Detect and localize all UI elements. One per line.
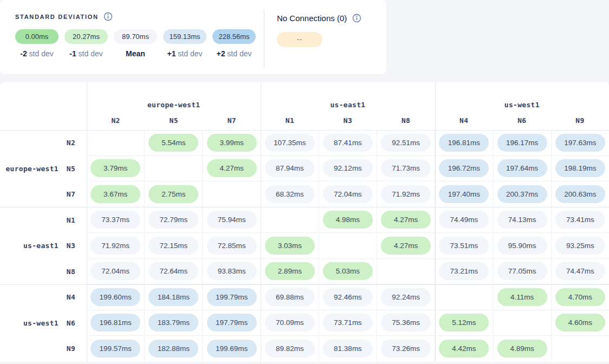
latency-cell: 71.73ms [377, 156, 435, 182]
latency-cell: 74.49ms [435, 207, 493, 233]
legend-pill: 89.70ms [114, 29, 157, 44]
latency-pill: 74.47ms [555, 262, 605, 280]
latency-pill: 2.89ms [265, 262, 315, 280]
latency-pill: 197.64ms [497, 159, 547, 177]
column-header-n1: N1 [261, 116, 319, 125]
stddev-legend-card: STANDARD DEVIATION 0.00ms-2 std dev20.27… [0, 0, 386, 74]
no-connections-section: No Connections (0) -- [277, 12, 361, 47]
latency-cell: 198.19ms [552, 156, 609, 182]
row-header-n2: N2 [59, 139, 83, 147]
row-header-n7: N7 [59, 190, 83, 198]
column-header-n8: N8 [377, 116, 435, 125]
latency-pill: 199.69ms [207, 340, 257, 358]
legend-pill: 159.13ms [163, 29, 206, 44]
latency-cell: 81.38ms [319, 336, 377, 362]
latency-cell: 5.54ms [145, 130, 203, 156]
matrix-row-n6: us-west1N6196.81ms183.79ms197.79ms70.09m… [0, 310, 609, 336]
latency-cell: 3.99ms [203, 130, 261, 156]
stddev-info-icon[interactable] [103, 12, 113, 21]
latency-cell: 73.26ms [377, 336, 435, 362]
row-header-n4: N4 [59, 293, 83, 301]
latency-pill: 77.05ms [497, 262, 547, 280]
latency-cell: 72.04ms [87, 259, 145, 285]
latency-cell: 196.17ms [494, 130, 552, 156]
latency-pill: 73.51ms [439, 237, 489, 255]
row-group-label: us-east1 [0, 242, 59, 250]
group-separator-vertical [87, 82, 87, 362]
latency-pill: 2.75ms [148, 185, 198, 203]
matrix-header: europe-west1N2N5N7us-east1N1N3N8us-west1… [0, 82, 609, 130]
column-header-n5: N5 [145, 116, 203, 125]
column-node-row: N2N5N7 [87, 116, 261, 125]
latency-pill: 73.71ms [323, 314, 373, 332]
matrix-corner [0, 82, 87, 130]
row-header-n5: N5 [59, 165, 83, 173]
latency-pill: 196.81ms [90, 314, 140, 332]
row-header: europe-west1N5 [0, 156, 87, 182]
latency-cell: 73.37ms [87, 207, 145, 233]
column-header-n4: N4 [435, 116, 493, 125]
column-group-label: europe-west1 [147, 101, 200, 109]
latency-pill: 5.12ms [439, 314, 489, 332]
latency-pill: 4.27ms [207, 159, 257, 177]
latency-pill: 3.99ms [207, 134, 257, 152]
row-header: N9 [0, 336, 87, 362]
legend-stop: 159.13ms+1 std dev [163, 29, 206, 58]
latency-pill: 183.79ms [148, 314, 198, 332]
latency-pill: 73.26ms [381, 340, 431, 358]
latency-cell: 3.79ms [87, 156, 145, 182]
latency-cell [203, 181, 261, 207]
legend-stop-label: +1 std dev [167, 49, 203, 58]
latency-cell: 4.42ms [435, 336, 493, 362]
legend-divider [264, 10, 264, 67]
column-group-label: us-west1 [504, 101, 540, 109]
latency-pill: 92.12ms [323, 159, 373, 177]
latency-pill: 197.63ms [555, 134, 605, 152]
latency-pill: 72.85ms [207, 237, 257, 255]
latency-cell: 73.21ms [435, 259, 493, 285]
latency-cell: 5.12ms [435, 310, 493, 336]
row-group-label: us-west1 [0, 319, 59, 327]
latency-pill: 5.03ms [323, 262, 373, 280]
latency-cell: 71.92ms [87, 233, 145, 259]
latency-pill: 72.04ms [323, 185, 373, 203]
column-header-n6: N6 [493, 116, 551, 125]
latency-cell: 4.27ms [203, 156, 261, 182]
no-connections-info-icon[interactable] [352, 14, 361, 23]
legend-label-strong: +1 [167, 49, 176, 58]
column-group-europe-west1: europe-west1N2N5N7 [87, 82, 261, 130]
latency-cell: 197.40ms [435, 181, 493, 207]
latency-pill: 70.09ms [265, 314, 315, 332]
latency-pill: 92.51ms [381, 134, 431, 152]
latency-cell [319, 233, 377, 259]
latency-cell: 70.09ms [261, 310, 319, 336]
column-header-n2: N2 [87, 116, 145, 125]
latency-cell: 95.90ms [494, 233, 552, 259]
latency-pill: 4.98ms [323, 211, 373, 229]
legend-stop: 89.70msMean [114, 29, 157, 58]
latency-pill: 3.79ms [90, 159, 140, 177]
latency-cell: 92.24ms [377, 284, 435, 310]
latency-cell: 3.67ms [87, 181, 145, 207]
legend-label-muted: std dev [225, 49, 251, 58]
latency-cell: 107.35ms [261, 130, 319, 156]
latency-cell: 199.79ms [203, 284, 261, 310]
latency-cell: 72.04ms [319, 181, 377, 207]
column-header-n3: N3 [319, 116, 377, 125]
latency-cell: 5.03ms [319, 259, 377, 285]
row-header: N1 [0, 207, 87, 233]
legend-stop-label: -1 std dev [69, 49, 102, 58]
stddev-legend-title-row: STANDARD DEVIATION [15, 12, 256, 21]
latency-cell: 72.79ms [145, 207, 203, 233]
legend-stop: 228.56ms+2 std dev [212, 29, 256, 58]
latency-cell: 87.41ms [319, 130, 377, 156]
latency-pill: 92.24ms [381, 288, 431, 306]
latency-cell [87, 130, 145, 156]
latency-pill: 81.38ms [323, 340, 373, 358]
latency-cell: 196.81ms [87, 310, 145, 336]
latency-cell: 72.85ms [203, 233, 261, 259]
legend-label-strong: -1 [69, 49, 76, 58]
latency-matrix: europe-west1N2N5N7us-east1N1N3N8us-west1… [0, 82, 609, 362]
row-header-n6: N6 [59, 319, 83, 327]
latency-cell: 93.25ms [552, 233, 609, 259]
